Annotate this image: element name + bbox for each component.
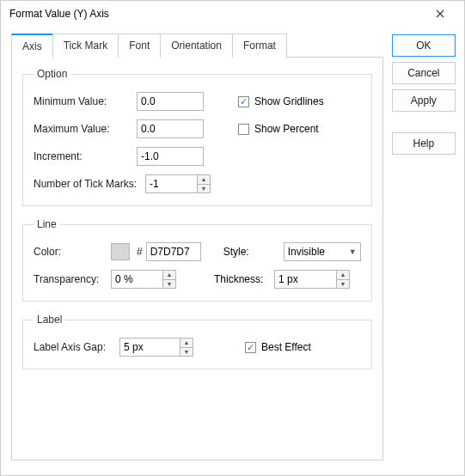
transparency-spinner[interactable]: ▲ ▼ [111, 270, 176, 289]
titlebar: Format Value (Y) Axis [1, 1, 464, 27]
spinner-buttons: ▲ ▼ [336, 270, 350, 289]
chevron-down-icon: ▼ [349, 247, 357, 256]
max-value-label: Maximum Value: [34, 123, 137, 135]
label-gap-label: Label Axis Gap: [34, 341, 119, 353]
button-label: Cancel [407, 67, 439, 79]
dialog-body: Axis Tick Mark Font Orientation Format O… [1, 27, 464, 475]
apply-button[interactable]: Apply [392, 89, 456, 112]
tick-marks-label: Number of Tick Marks: [34, 178, 145, 190]
row-min-value: Minimum Value: Show Gridlines [34, 92, 361, 111]
spinner-up[interactable]: ▲ [180, 338, 193, 347]
increment-input[interactable] [137, 147, 204, 166]
tab-panel-axis: Option Minimum Value: Show Gridlines Max… [11, 57, 383, 461]
best-effect-checkbox[interactable]: Best Effect [245, 341, 311, 353]
tab-axis[interactable]: Axis [11, 34, 53, 58]
thickness-input[interactable] [274, 270, 336, 289]
dialog-window: Format Value (Y) Axis Axis Tick Mark Fon… [0, 0, 465, 476]
min-value-input[interactable] [137, 92, 204, 111]
label-gap-input[interactable] [119, 338, 180, 357]
increment-label: Increment: [34, 150, 137, 162]
checkbox-icon [238, 96, 249, 107]
color-controls: # [111, 242, 201, 261]
label-gap-spinner[interactable]: ▲ ▼ [119, 338, 193, 357]
transparency-label: Transparency: [34, 273, 111, 285]
close-button[interactable] [423, 3, 457, 24]
spinner-down[interactable]: ▼ [162, 279, 176, 290]
left-column: Axis Tick Mark Font Orientation Format O… [11, 34, 383, 467]
group-line: Line Color: # Style: Invisible ▼ [22, 218, 372, 302]
style-label: Style: [223, 246, 284, 258]
spinner-buttons: ▲ ▼ [180, 338, 193, 357]
spinner-buttons: ▲ ▼ [162, 270, 176, 289]
tab-label: Axis [22, 40, 42, 52]
tick-marks-spinner[interactable]: ▲ ▼ [145, 174, 211, 193]
color-swatch[interactable] [111, 243, 130, 260]
checkbox-icon [238, 124, 249, 135]
spinner-up[interactable]: ▲ [197, 174, 211, 184]
button-label: OK [416, 40, 431, 52]
ok-button[interactable]: OK [392, 34, 456, 57]
hash-symbol: # [137, 246, 143, 258]
tab-tick-mark[interactable]: Tick Mark [52, 34, 119, 58]
show-percent-checkbox[interactable]: Show Percent [238, 123, 319, 135]
spacer [392, 117, 456, 127]
group-label: Label Label Axis Gap: ▲ ▼ [22, 314, 372, 369]
min-value-label: Minimum Value: [34, 95, 137, 107]
checkbox-icon [245, 342, 256, 353]
row-transparency-thickness: Transparency: ▲ ▼ Thickness: [34, 270, 361, 289]
style-select[interactable]: Invisible ▼ [284, 242, 361, 261]
close-icon [436, 9, 444, 18]
window-title: Format Value (Y) Axis [9, 8, 423, 20]
show-gridlines-checkbox[interactable]: Show Gridlines [238, 95, 324, 107]
row-increment: Increment: [34, 147, 361, 166]
group-option-legend: Option [34, 68, 70, 80]
button-label: Apply [411, 95, 437, 107]
max-value-input[interactable] [137, 119, 204, 138]
color-hex-input[interactable] [146, 242, 201, 261]
row-label-gap: Label Axis Gap: ▲ ▼ Best Effect [34, 338, 361, 357]
thickness-spinner[interactable]: ▲ ▼ [274, 270, 350, 289]
tab-format[interactable]: Format [232, 34, 287, 58]
transparency-input[interactable] [111, 270, 162, 289]
group-line-legend: Line [34, 218, 60, 230]
tab-label: Orientation [171, 40, 222, 52]
best-effect-label: Best Effect [261, 341, 311, 353]
spinner-down[interactable]: ▼ [197, 184, 211, 194]
tab-label: Tick Mark [64, 40, 108, 52]
spinner-up[interactable]: ▲ [336, 270, 350, 279]
row-color-style: Color: # Style: Invisible ▼ [34, 242, 361, 261]
style-value: Invisible [288, 246, 325, 258]
tab-orientation[interactable]: Orientation [160, 34, 233, 58]
show-percent-label: Show Percent [254, 123, 319, 135]
tab-font[interactable]: Font [118, 34, 161, 58]
color-label: Color: [34, 246, 111, 258]
thickness-label: Thickness: [214, 273, 274, 285]
tab-strip: Axis Tick Mark Font Orientation Format [11, 34, 383, 58]
help-button[interactable]: Help [392, 132, 456, 155]
spinner-down[interactable]: ▼ [336, 279, 350, 290]
button-label: Help [413, 137, 435, 150]
spinner-down[interactable]: ▼ [180, 347, 193, 357]
tab-label: Font [129, 40, 150, 52]
row-max-value: Maximum Value: Show Percent [34, 119, 361, 138]
tick-marks-input[interactable] [145, 174, 197, 193]
right-column: OK Cancel Apply Help [392, 34, 456, 467]
row-tick-marks: Number of Tick Marks: ▲ ▼ [34, 174, 361, 193]
spinner-up[interactable]: ▲ [162, 270, 176, 279]
group-option: Option Minimum Value: Show Gridlines Max… [22, 68, 372, 206]
tab-label: Format [243, 40, 276, 52]
spinner-buttons: ▲ ▼ [197, 174, 211, 193]
cancel-button[interactable]: Cancel [392, 62, 456, 84]
group-label-legend: Label [34, 314, 65, 326]
show-gridlines-label: Show Gridlines [254, 95, 324, 107]
